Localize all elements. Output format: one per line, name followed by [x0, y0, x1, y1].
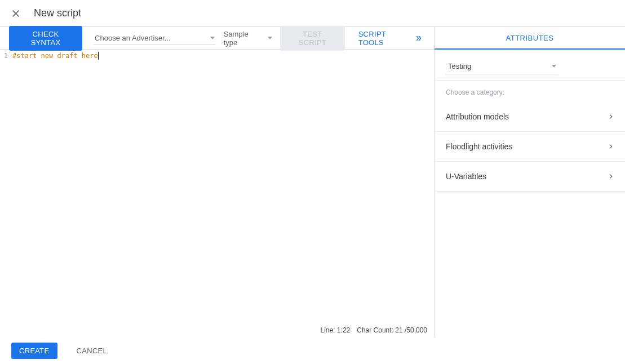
category-label-text: U-Variables [446, 172, 486, 181]
chevron-right-icon [608, 113, 614, 121]
code-area[interactable]: #start new draft here [10, 50, 434, 323]
chevron-down-icon [552, 65, 556, 68]
chevron-down-icon [268, 37, 272, 39]
editor-wrapper: 1 #start new draft here Line: 1:22 Char … [0, 50, 434, 337]
text-cursor [98, 52, 99, 60]
tab-attributes[interactable]: ATTRIBUTES [435, 27, 625, 50]
close-button[interactable] [9, 7, 23, 20]
category-attribution-models[interactable]: Attribution models [435, 102, 625, 132]
chevron-right-icon [608, 143, 614, 150]
advertiser-select-label: Choose an Advertiser... [95, 34, 170, 42]
category-label-text: Floodlight activities [446, 142, 512, 151]
line-position: Line: 1:22 [321, 326, 351, 334]
create-button[interactable]: CREATE [11, 343, 57, 359]
script-tools-label: SCRIPT TOOLS [358, 30, 413, 47]
chevron-down-icon [210, 37, 215, 39]
sample-type-label: Sample type [224, 30, 264, 47]
line-number: 1 [0, 52, 8, 60]
advertiser-select[interactable]: Choose an Advertiser... [94, 32, 216, 45]
code-editor[interactable]: 1 #start new draft here [0, 50, 434, 323]
attribute-group-select[interactable]: Testing [446, 59, 558, 74]
page-title: New script [34, 7, 81, 19]
attribute-group-value: Testing [448, 62, 471, 70]
test-script-button: TEST SCRIPT [280, 26, 344, 51]
chevron-right-icon [608, 172, 614, 180]
editor-status-bar: Line: 1:22 Char Count: 21 /50,000 [0, 323, 434, 337]
editor-pane: CHECK SYNTAX Choose an Advertiser... Sam… [0, 27, 435, 337]
top-bar: New script [0, 0, 625, 27]
cancel-button[interactable]: CANCEL [71, 343, 113, 359]
close-icon [11, 9, 20, 18]
line-gutter: 1 [0, 50, 10, 323]
attribute-select-wrap: Testing [435, 50, 625, 81]
category-label-text: Attribution models [446, 112, 509, 121]
category-u-variables[interactable]: U-Variables [435, 162, 625, 192]
attributes-pane: ATTRIBUTES Testing Choose a category: At… [435, 27, 625, 337]
editor-toolbar: CHECK SYNTAX Choose an Advertiser... Sam… [0, 27, 434, 50]
check-syntax-button[interactable]: CHECK SYNTAX [9, 26, 82, 51]
category-heading: Choose a category: [435, 81, 625, 102]
footer-actions: CREATE CANCEL [0, 337, 625, 364]
main-content: CHECK SYNTAX Choose an Advertiser... Sam… [0, 27, 625, 337]
category-floodlight-activities[interactable]: Floodlight activities [435, 132, 625, 162]
code-line: #start new draft here [12, 52, 98, 60]
script-tools-button[interactable]: SCRIPT TOOLS [358, 30, 423, 47]
char-count: Char Count: 21 /50,000 [357, 326, 427, 334]
chevron-double-right-icon [415, 35, 423, 42]
sample-type-select[interactable]: Sample type [223, 28, 274, 49]
